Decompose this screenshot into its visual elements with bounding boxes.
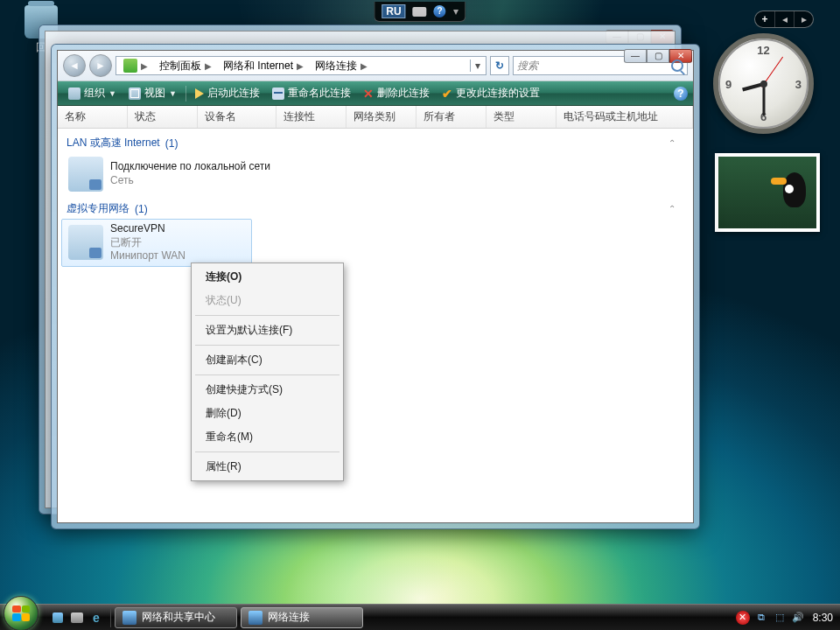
menu-connect[interactable]: 连接(O) (193, 265, 341, 289)
vpn-icon (68, 225, 103, 260)
menu-rename[interactable]: 重命名(M) (193, 425, 341, 449)
refresh-button[interactable]: ↻ (490, 56, 509, 75)
network-center-icon (122, 611, 136, 625)
view-button[interactable]: 视图▼ (123, 84, 182, 102)
column-headers: 名称 状态 设备名 连接性 网络类别 所有者 类型 电话号码或主机地址 (58, 106, 693, 129)
collapse-icon[interactable]: ⌃ (665, 202, 679, 215)
crumb-network-connections[interactable]: 网络连接▶ (310, 57, 374, 74)
keyboard-icon[interactable] (413, 7, 427, 17)
network-conn-icon (248, 611, 262, 625)
minimize-button[interactable]: — (624, 49, 647, 63)
col-owner[interactable]: 所有者 (416, 106, 486, 128)
menu-properties[interactable]: 属性(R) (193, 455, 341, 479)
system-tray: ✕ ⧉ ⬚ 🔊 8:30 (729, 611, 840, 625)
breadcrumb[interactable]: ▶ 控制面板▶ 网络和 Internet▶ 网络连接▶ ▾ (116, 56, 486, 75)
dropdown-icon[interactable]: ▾ (453, 5, 458, 18)
address-bar-row: ◄ ► ▶ 控制面板▶ 网络和 Internet▶ 网络连接▶ ▾ ↻ 搜索 (58, 51, 693, 81)
tray-network2-icon[interactable]: ⬚ (773, 611, 787, 625)
menu-status: 状态(U) (193, 289, 341, 312)
col-type[interactable]: 类型 (486, 106, 556, 128)
col-phone[interactable]: 电话号码或主机地址 (556, 106, 693, 128)
organize-button[interactable]: 组织▼ (63, 84, 122, 102)
menu-delete[interactable]: 删除(D) (193, 402, 341, 425)
tray-security-icon[interactable]: ✕ (736, 611, 750, 625)
maximize-button[interactable]: ▢ (647, 49, 669, 63)
lan-connection-item[interactable]: Подключение по локальной сети Сеть (61, 153, 690, 195)
taskbar-clock[interactable]: 8:30 (813, 612, 833, 624)
search-icon (671, 60, 683, 72)
back-button[interactable]: ◄ (63, 54, 86, 77)
show-desktop-icon[interactable] (49, 608, 66, 627)
next-button[interactable]: ▸ (794, 11, 813, 27)
switch-windows-icon[interactable] (68, 608, 86, 627)
menu-create-shortcut[interactable]: 创建快捷方式(S) (193, 378, 341, 402)
add-gadget-button[interactable]: + (755, 11, 774, 27)
windows-logo-icon (12, 606, 30, 621)
check-icon: ✔ (442, 88, 452, 100)
lang-indicator[interactable]: RU (382, 4, 405, 18)
delete-connection-button[interactable]: ✕删除此连接 (358, 84, 435, 102)
rename-connection-button[interactable]: 重命名此连接 (267, 84, 356, 102)
connections-list: LAN 或高速 Internet(1) ⌃ Подключение по лок… (58, 129, 693, 522)
prev-button[interactable]: ◂ (774, 11, 794, 27)
col-status[interactable]: 状态 (128, 106, 198, 128)
ie-icon[interactable]: e (88, 608, 105, 627)
col-name[interactable]: 名称 (58, 106, 128, 128)
start-button[interactable] (4, 596, 38, 631)
group-vpn[interactable]: 虚拟专用网络(1) ⌃ (58, 196, 693, 218)
command-bar: 组织▼ 视图▼ 启动此连接 重命名此连接 ✕删除此连接 ✔更改此连接的设置 ? (58, 81, 693, 106)
menu-set-default[interactable]: 设置为默认连接(F) (193, 318, 341, 342)
network-connections-window: — ▢ ✕ ◄ ► ▶ 控制面板▶ 网络和 Internet▶ 网络连接▶ ▾ … (51, 44, 700, 529)
bird-image (783, 172, 806, 207)
taskbar: e 网络和共享中心 网络连接 ✕ ⧉ ⬚ 🔊 8:30 (0, 604, 840, 630)
vpn-connection-item[interactable]: SecureVPN 已断开 Минипорт WAN (61, 219, 252, 267)
tray-volume-icon[interactable]: 🔊 (791, 611, 805, 625)
connection-settings-button[interactable]: ✔更改此连接的设置 (437, 84, 545, 102)
task-network-connections[interactable]: 网络连接 (241, 607, 363, 628)
forward-button[interactable]: ► (89, 54, 112, 77)
language-bar[interactable]: RU ? ▾ (374, 2, 466, 22)
slideshow-gadget[interactable] (715, 153, 820, 232)
tray-network-icon[interactable]: ⧉ (754, 611, 768, 625)
menu-create-copy[interactable]: 创建副本(C) (193, 348, 341, 372)
lan-icon (68, 157, 103, 192)
start-connection-button[interactable]: 启动此连接 (190, 84, 265, 102)
organize-icon (68, 88, 80, 100)
help-button[interactable]: ? (674, 87, 688, 101)
play-icon (195, 88, 204, 99)
collapse-icon[interactable]: ⌃ (665, 136, 679, 150)
delete-icon: ✕ (363, 88, 374, 100)
col-category[interactable]: 网络类别 (346, 106, 416, 128)
quick-launch: e (44, 608, 111, 627)
group-lan[interactable]: LAN 或高速 Internet(1) ⌃ (58, 130, 693, 152)
context-menu: 连接(O) 状态(U) 设置为默认连接(F) 创建副本(C) 创建快捷方式(S)… (191, 262, 344, 481)
clock-gadget[interactable]: 12369 (713, 33, 814, 134)
control-panel-icon (123, 59, 137, 73)
view-icon (129, 88, 141, 100)
help-icon[interactable]: ? (434, 5, 446, 18)
col-connectivity[interactable]: 连接性 (276, 106, 346, 128)
rename-icon (272, 88, 284, 100)
col-device[interactable]: 设备名 (198, 106, 276, 128)
breadcrumb-dropdown[interactable]: ▾ (470, 60, 484, 72)
crumb-control-panel[interactable]: 控制面板▶ (154, 57, 218, 74)
task-network-center[interactable]: 网络和共享中心 (115, 607, 237, 628)
crumb-network-internet[interactable]: 网络和 Internet▶ (218, 57, 310, 74)
sidebar-controls[interactable]: + ◂ ▸ (754, 10, 814, 28)
